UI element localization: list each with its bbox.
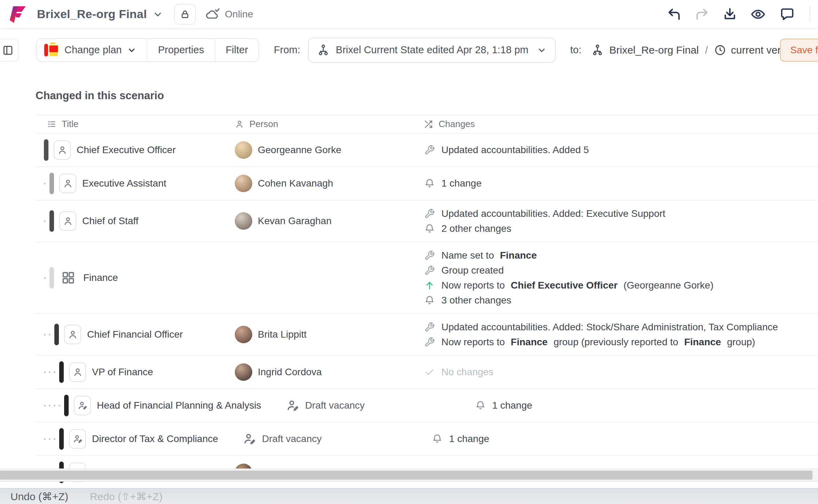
change-text: group (previously reported to — [554, 337, 678, 348]
depth-dot — [44, 277, 46, 279]
depth-indicator — [44, 183, 46, 184]
org-chart-icon — [317, 44, 330, 56]
redo-icon[interactable] — [695, 7, 709, 22]
change-line: 1 change — [424, 176, 818, 191]
page-title: Changed in this scenario — [36, 89, 818, 102]
wrench-icon — [424, 265, 435, 276]
download-icon[interactable] — [723, 7, 737, 22]
comments-icon[interactable] — [779, 7, 794, 22]
shuffle-icon — [424, 119, 433, 129]
change-text: Updated accountabilities. Added 5 — [441, 144, 589, 156]
person-cell: Draft vacancy — [242, 432, 431, 446]
status-bar: Undo (⌘+Z) Redo (⇧+⌘+Z) — [0, 488, 818, 504]
depth-indicator — [44, 438, 55, 440]
wrench-icon — [424, 250, 435, 261]
table-header: TitlePersonChanges — [36, 115, 818, 134]
preview-eye-icon[interactable] — [750, 7, 766, 22]
table-row[interactable]: Chief of StaffKevan GaraghanUpdated acco… — [36, 200, 818, 242]
title-cell: Head of Financial Planning & Analysis — [44, 395, 286, 416]
hierarchy-bar — [44, 139, 48, 161]
app-window: Brixel_Re-org Final Online — [0, 0, 818, 504]
undo-icon[interactable] — [667, 7, 681, 22]
person-name: Kevan Garaghan — [258, 215, 332, 227]
depth-dot — [49, 334, 51, 336]
panel-icon — [2, 45, 13, 56]
bell-icon — [424, 178, 435, 189]
title-cell: VP of Finance — [44, 361, 235, 383]
avatar — [235, 141, 252, 159]
title-cell: Chief Financial Officer — [44, 324, 235, 345]
change-text: Now reports to — [441, 280, 505, 291]
bell-icon — [431, 434, 443, 444]
depth-dot — [49, 438, 51, 440]
column-header-person[interactable]: Person — [235, 119, 424, 129]
properties-button[interactable]: Properties — [147, 39, 214, 61]
org-chart-icon — [591, 44, 604, 56]
change-text: (Georgeanne Gorke) — [624, 280, 713, 291]
change-line: Group created — [424, 263, 818, 278]
change-text: Chief Executive Officer — [511, 280, 618, 291]
hierarchy-bar — [64, 395, 69, 416]
change-plan-icon — [44, 42, 59, 58]
document-title[interactable]: Brixel_Re-org Final — [37, 7, 147, 21]
role-title: Head of Financial Planning & Analysis — [97, 400, 261, 411]
from-scenario-dropdown[interactable]: Brixel Current State edited Apr 28, 1:18… — [308, 38, 556, 63]
table-row[interactable]: Director of Tax & ComplianceDraft vacanc… — [36, 423, 818, 456]
role-title: Chief Executive Officer — [77, 144, 176, 156]
depth-dot — [44, 334, 46, 336]
change-line: Updated accountabilities. Added 5 — [424, 143, 818, 158]
person-cell: Kevan Garaghan — [235, 212, 424, 230]
save-button[interactable]: Save f — [780, 39, 818, 62]
table-row[interactable]: Chief Executive OfficerGeorgeanne GorkeU… — [36, 134, 818, 167]
breadcrumb-separator: / — [705, 44, 708, 56]
view-button-group: Change plan Properties Filter — [36, 38, 259, 62]
depth-dot — [44, 438, 46, 440]
undo-shortcut[interactable]: Undo (⌘+Z) — [10, 490, 68, 503]
table-row[interactable]: Executive AssistantCohen Kavanagh1 chang… — [36, 167, 818, 200]
role-title: Chief of Staff — [82, 215, 138, 227]
avatar — [235, 175, 252, 192]
depth-dot — [54, 371, 55, 373]
change-text: Group created — [441, 265, 504, 276]
title-cell: Executive Assistant — [44, 173, 235, 194]
change-plan-button[interactable]: Change plan — [37, 39, 147, 61]
title-cell: Finance — [44, 267, 235, 289]
person-icon — [235, 119, 244, 129]
table-row[interactable]: Chief Financial OfficerBrita LippittUpda… — [36, 314, 818, 356]
table-row[interactable]: VP of FinanceIngrid CordovaNo changes — [36, 356, 818, 389]
avatar — [235, 363, 252, 381]
change-text: 3 other changes — [441, 295, 511, 306]
depth-dot — [44, 183, 46, 184]
table-row[interactable]: Head of Financial Planning & AnalysisDra… — [36, 389, 818, 423]
chevron-down-icon[interactable] — [153, 9, 163, 19]
change-line: 2 other changes — [424, 221, 818, 236]
to-scenario[interactable]: Brixel_Re-org Final — [591, 44, 699, 56]
person-icon — [59, 174, 76, 193]
change-text: Finance — [684, 337, 721, 348]
person-name: Cohen Kavanagh — [258, 178, 333, 189]
table-row[interactable]: FinanceName set to FinanceGroup createdN… — [36, 242, 818, 314]
person-name: Georgeanne Gorke — [258, 144, 341, 156]
redo-shortcut[interactable]: Redo (⇧+⌘+Z) — [90, 490, 163, 503]
change-text: 1 change — [441, 178, 481, 189]
role-title: VP of Finance — [92, 367, 153, 378]
topbar-divider — [810, 6, 810, 22]
depth-dot — [59, 405, 60, 407]
column-header-title[interactable]: Title — [44, 119, 235, 129]
filter-button[interactable]: Filter — [215, 39, 258, 61]
wrench-icon — [424, 337, 435, 347]
change-text: 1 change — [449, 433, 489, 444]
change-line: No changes — [424, 365, 818, 380]
horizontal-scrollbar-thumb[interactable] — [0, 471, 812, 480]
person-cell: Brita Lippitt — [235, 326, 424, 343]
sidebar-toggle-button[interactable] — [0, 39, 19, 62]
title-cell: Chief of Staff — [44, 210, 235, 232]
column-header-changes[interactable]: Changes — [424, 119, 818, 129]
change-line: Now reports to Finance group (previously… — [424, 334, 818, 349]
avatar — [235, 326, 252, 343]
change-text: Now reports to — [441, 337, 505, 348]
lock-button[interactable] — [174, 4, 196, 25]
functionly-logo-icon — [8, 3, 26, 25]
person-draft-icon — [74, 396, 91, 415]
title-cell: Director of Tax & Compliance — [44, 428, 242, 450]
